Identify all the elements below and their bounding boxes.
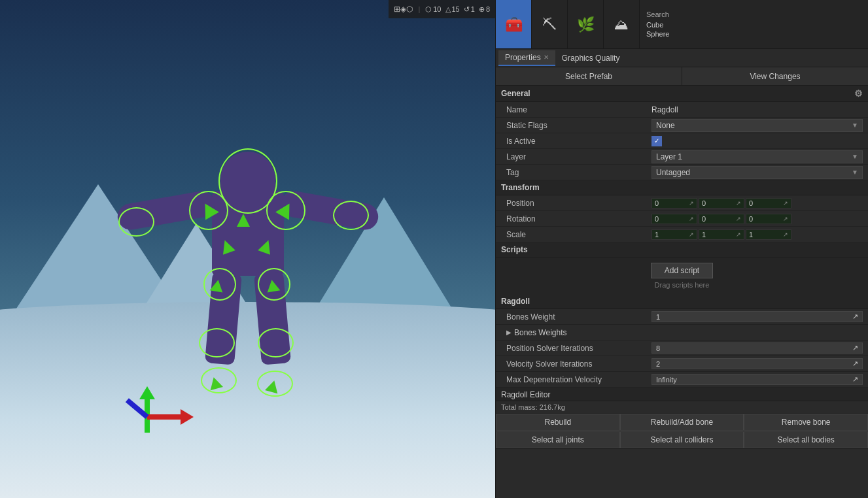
prop-max-depenet-field[interactable]: Infinity ↗ [651,374,863,385]
prop-position-x[interactable]: 0 ↗ [651,198,697,208]
prop-vel-solver-label: Velocity Solver Iterations [501,359,651,369]
topbar-polygon-count: ⬡ 10 [425,5,441,14]
prop-bones-weight-field[interactable]: 1 ↗ [651,311,863,322]
prop-tag-value[interactable]: Untagged ▼ [651,166,863,179]
prop-position-label: Position [501,199,651,208]
bone-arrow-left-hip [209,278,224,292]
rot-x-link: ↗ [689,216,694,222]
particles-icon: 🌿 [577,18,595,32]
prop-vel-solver-value: 2 ↗ [651,358,863,369]
search-item-cube: Cube [646,21,861,29]
prop-pos-solver-value: 8 ↗ [651,342,863,354]
prop-static-flags-label: Static Flags [501,121,651,130]
select-all-joints-btn[interactable]: Select all joints [496,431,620,448]
static-flags-chevron: ▼ [852,122,858,129]
prop-scale-y[interactable]: 1 ↗ [699,229,744,240]
select-prefab-btn[interactable]: Select Prefab [496,67,682,85]
prop-scale-fields: 1 ↗ 1 ↗ 1 ↗ [651,229,863,240]
bone-arrow-torso-up [237,214,250,227]
prop-rotation-y[interactable]: 0 ↗ [699,214,744,224]
character-model [150,106,346,420]
ragdoll-editor-label: Ragdoll Editor [501,390,550,399]
max-depenet-link: ↗ [852,375,858,384]
ragdoll-editor-section: Ragdoll Editor Total mass: 216.7kg Rebui… [496,388,868,449]
toolbar-tools-btn[interactable]: ⛏ [532,0,568,48]
prop-position-row: Position 0 ↗ 0 ↗ 0 ↗ [496,195,868,211]
topbar-triangle-count: △ 15 [445,5,460,14]
prop-vel-solver-field[interactable]: 2 ↗ [651,358,863,369]
tab-bar: Properties ✕ Graphics Quality [496,49,868,67]
general-section-header: General ⚙ [496,86,868,102]
tab-properties[interactable]: Properties ✕ [498,50,555,66]
prop-max-depenet-value: Infinity ↗ [651,374,863,385]
prop-position-y[interactable]: 0 ↗ [699,198,744,208]
topbar-grid-icon: ⊞◈⬡ [394,5,413,14]
properties-panel: General ⚙ Name Ragdoll Static Flags None… [496,86,868,498]
tag-chevron: ▼ [852,169,858,176]
ragdoll-label: Ragdoll [501,297,530,306]
general-gear-icon[interactable]: ⚙ [854,88,863,99]
prop-rotation-z[interactable]: 0 ↗ [746,214,791,224]
bones-expand-arrow: ▶ [506,329,512,336]
search-results: Cube Sphere [646,21,861,38]
pos-z-link: ↗ [783,200,788,207]
prop-active-checkbox[interactable]: ✓ [651,136,662,146]
prop-rotation-value: 0 ↗ 0 ↗ 0 ↗ [651,214,863,224]
prop-rotation-x[interactable]: 0 ↗ [651,214,697,224]
fps-icon: ⊕ [479,5,485,14]
prop-rotation-fields: 0 ↗ 0 ↗ 0 ↗ [651,214,863,224]
pos-x-link: ↗ [689,200,694,207]
prop-max-depenet-label: Max Depenetration Velocity [501,375,651,384]
rot-z-link: ↗ [783,216,788,222]
vel-solver-link: ↗ [852,359,858,368]
char-torso [212,191,284,276]
prop-static-flags-row: Static Flags None ▼ [496,118,868,133]
prop-layer-label: Layer [501,152,651,161]
toolbar: 🧰 ⛏ 🌿 ⛰ Search Cube Sphere [496,0,868,49]
prop-pos-solver-field[interactable]: 8 ↗ [651,342,863,354]
toolbar-search-area: Search Cube Sphere [640,0,868,48]
prop-position-z[interactable]: 0 ↗ [746,198,791,208]
prop-static-flags-value[interactable]: None ▼ [651,119,863,132]
prop-pos-solver-label: Position Solver Iterations [501,344,651,353]
properties-icon: 🧰 [505,18,523,32]
select-all-bodies-btn[interactable]: Select all bodies [744,431,868,448]
toolbar-particles-btn[interactable]: 🌿 [568,0,604,48]
prop-bones-weight-row: Bones Weight 1 ↗ [496,309,868,325]
prop-scale-x[interactable]: 1 ↗ [651,229,697,240]
view-changes-btn[interactable]: View Changes [682,67,868,85]
prop-tag-dropdown[interactable]: Untagged ▼ [651,166,863,179]
prop-tag-label: Tag [501,168,651,177]
prop-tag-row: Tag Untagged ▼ [496,165,868,180]
prop-pos-solver-row: Position Solver Iterations 8 ↗ [496,340,868,356]
viewport[interactable]: ⊞◈⬡ | ⬡ 10 △ 15 ↺ 1 ⊕ 8 [0,0,495,498]
remove-bone-btn[interactable]: Remove bone [744,414,868,431]
toolbar-properties-btn[interactable]: 🧰 [496,0,532,48]
prop-scale-z[interactable]: 1 ↗ [746,229,791,240]
tab-graphics-quality[interactable]: Graphics Quality [555,51,627,65]
search-item-sphere: Sphere [646,30,861,38]
add-script-btn[interactable]: Add script [651,263,713,278]
prop-bones-weight-value: 1 ↗ [651,311,863,322]
bone-arrow-left-foot [207,376,223,391]
rebuild-add-bone-btn[interactable]: Rebuild/Add bone [620,414,744,431]
pos-solver-link: ↗ [852,344,858,352]
prop-active-value: ✓ [651,136,863,146]
triangle-icon: △ [445,5,451,14]
right-panel: 🧰 ⛏ 🌿 ⛰ Search Cube Sphere Properties ✕ … [495,0,868,498]
prop-static-flags-dropdown[interactable]: None ▼ [651,119,863,132]
prop-name-text: Ragdoll [651,105,863,114]
select-all-colliders-btn[interactable]: Select all colliders [620,431,744,448]
tab-graphics-label: Graphics Quality [562,54,620,63]
ragdoll-buttons-row-1: Rebuild Rebuild/Add bone Remove bone [496,414,868,431]
rebuild-btn[interactable]: Rebuild [496,414,620,431]
prop-bones-weights-expand-row[interactable]: ▶ Bones Weights [496,325,868,340]
polygon-icon: ⬡ [425,5,432,14]
tools-icon: ⛏ [542,18,557,32]
search-label: Search [646,10,861,18]
tab-properties-close[interactable]: ✕ [544,54,549,61]
toolbar-terrain-btn[interactable]: ⛰ [604,0,640,48]
ragdoll-editor-header: Ragdoll Editor [496,388,868,401]
prop-layer-dropdown[interactable]: Layer 1 ▼ [651,150,863,163]
prop-layer-value[interactable]: Layer 1 ▼ [651,150,863,163]
